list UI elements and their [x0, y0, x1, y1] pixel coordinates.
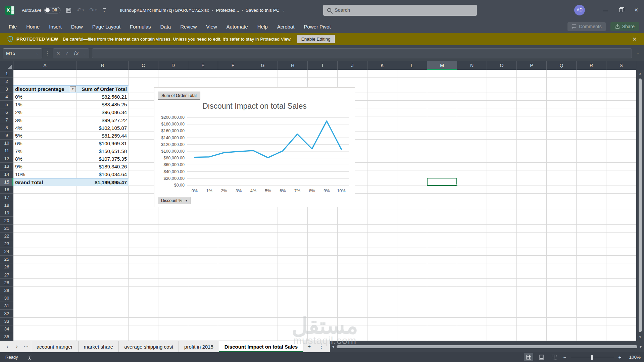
row-header-16[interactable]: 16	[0, 186, 13, 194]
column-header-E[interactable]: E	[188, 61, 218, 70]
active-cell-selection[interactable]	[427, 178, 457, 186]
row-header-34[interactable]: 34	[0, 325, 13, 333]
pivot-cell-discount[interactable]: 7%	[13, 147, 77, 155]
scroll-down-icon[interactable]: ▼	[636, 335, 644, 339]
fill-handle[interactable]	[456, 185, 458, 187]
row-header-9[interactable]: 9	[0, 132, 13, 140]
row-header-21[interactable]: 21	[0, 225, 13, 232]
menu-tab-automate[interactable]: Automate	[222, 20, 253, 33]
column-header-C[interactable]: C	[129, 61, 158, 70]
zoom-in-icon[interactable]: +	[617, 354, 623, 360]
row-header-30[interactable]: 30	[0, 294, 13, 302]
column-header-L[interactable]: L	[397, 61, 427, 70]
chart-field-button[interactable]: Sum of Order Total	[158, 92, 200, 100]
all-sheets-icon[interactable]: ⋯	[21, 344, 31, 350]
scroll-up-icon[interactable]: ▲	[636, 72, 644, 75]
row-header-33[interactable]: 33	[0, 318, 13, 325]
row-header-28[interactable]: 28	[0, 279, 13, 287]
formula-bar-expand-icon[interactable]: ⌄	[635, 51, 641, 55]
page-layout-view-button[interactable]	[537, 353, 546, 361]
row-header-10[interactable]: 10	[0, 140, 13, 147]
title-chevron-icon[interactable]: ⌄	[282, 8, 285, 12]
row-header-23[interactable]: 23	[0, 240, 13, 248]
row-header-19[interactable]: 19	[0, 209, 13, 217]
row-header-22[interactable]: 22	[0, 232, 13, 240]
enable-editing-button[interactable]: Enable Editing	[297, 35, 335, 43]
restore-button[interactable]	[613, 0, 629, 20]
pivot-header-discount[interactable]: discount precentage▼	[13, 86, 77, 93]
row-header-31[interactable]: 31	[0, 302, 13, 310]
menu-tab-insert[interactable]: Insert	[44, 20, 66, 33]
row-header-27[interactable]: 27	[0, 271, 13, 279]
pivot-cell-discount[interactable]: 5%	[13, 132, 77, 140]
pivot-header-sum[interactable]: Sum of Order Total	[77, 86, 129, 93]
column-header-R[interactable]: R	[577, 61, 606, 70]
pivot-cell-discount[interactable]: 4%	[13, 124, 77, 132]
column-header-M[interactable]: M	[427, 61, 457, 70]
column-header-G[interactable]: G	[248, 61, 278, 70]
row-header-32[interactable]: 32	[0, 310, 13, 317]
new-sheet-button[interactable]: +	[303, 341, 315, 352]
row-header-25[interactable]: 25	[0, 256, 13, 263]
row-header-17[interactable]: 17	[0, 194, 13, 201]
pivot-cell-total[interactable]: $189,340.26	[77, 163, 129, 170]
name-box-caret-icon[interactable]: ⌄	[36, 51, 39, 55]
select-all-button[interactable]	[0, 61, 13, 70]
row-header-7[interactable]: 7	[0, 116, 13, 124]
normal-view-button[interactable]	[524, 353, 533, 361]
column-header-P[interactable]: P	[517, 61, 547, 70]
zoom-level[interactable]: 100%	[626, 355, 641, 360]
fx-caret-icon[interactable]: ⌄	[83, 52, 86, 55]
column-header-B[interactable]: B	[77, 61, 129, 70]
tab-options-icon[interactable]: ⋮	[315, 341, 328, 352]
row-header-2[interactable]: 2	[0, 77, 13, 85]
column-header-J[interactable]: J	[338, 61, 367, 70]
banner-close-icon[interactable]: ✕	[630, 36, 639, 42]
pivot-cell-total[interactable]: $102,105.87	[77, 124, 129, 132]
column-header-D[interactable]: D	[158, 61, 188, 70]
pivot-cell-discount[interactable]: 8%	[13, 155, 77, 163]
zoom-slider-thumb[interactable]	[591, 355, 593, 360]
sheet-tab-market-share[interactable]: market share	[79, 341, 119, 352]
row-header-6[interactable]: 6	[0, 108, 13, 116]
pivot-cell-total[interactable]: $82,560.21	[77, 93, 129, 101]
quick-access-toolbar-icon[interactable]: ⌄	[103, 8, 106, 12]
cancel-icon[interactable]: ✕	[56, 51, 60, 56]
vertical-scrollbar[interactable]: ▲ ▼	[636, 70, 644, 341]
horizontal-scroll-thumb[interactable]	[337, 345, 637, 348]
pivot-grand-total-value[interactable]: $1,199,395.47	[77, 178, 129, 186]
zoom-slider[interactable]	[571, 355, 614, 360]
sheet-tab-account-manger[interactable]: account manger	[31, 341, 79, 352]
row-header-1[interactable]: 1	[0, 70, 13, 77]
chart-axis-field-button[interactable]: Discount %▼	[158, 197, 191, 204]
search-box[interactable]	[323, 5, 477, 16]
horizontal-scrollbar[interactable]: ◀ ▶	[330, 341, 644, 352]
row-header-5[interactable]: 5	[0, 101, 13, 108]
scroll-right-icon[interactable]: ▶	[638, 345, 644, 348]
redo-icon[interactable]: ↷▾	[89, 7, 97, 14]
row-header-20[interactable]: 20	[0, 217, 13, 224]
next-sheet-icon[interactable]: ›	[12, 343, 21, 350]
sheet-tab-profit-in-2015[interactable]: profit in 2015	[179, 341, 219, 352]
row-header-15[interactable]: 15	[0, 178, 13, 186]
menu-tab-file[interactable]: File	[4, 20, 21, 33]
row-header-8[interactable]: 8	[0, 124, 13, 132]
column-header-K[interactable]: K	[367, 61, 397, 70]
name-box[interactable]: M15 ⌄	[3, 48, 42, 58]
pivot-cell-total[interactable]: $100,969.31	[77, 140, 129, 147]
close-button[interactable]: ✕	[629, 0, 644, 20]
prev-sheet-icon[interactable]: ‹	[3, 343, 12, 350]
pivot-cell-discount[interactable]: 2%	[13, 108, 77, 116]
menu-tab-view[interactable]: View	[201, 20, 221, 33]
row-header-26[interactable]: 26	[0, 263, 13, 271]
filter-dropdown-icon[interactable]: ▼	[70, 86, 76, 92]
sheet-tab-average-shipping-cost[interactable]: average shipping cost	[119, 341, 179, 352]
protected-view-message[interactable]: Be careful—files from the Internet can c…	[63, 37, 291, 42]
search-input[interactable]	[335, 7, 473, 13]
column-header-F[interactable]: F	[218, 61, 248, 70]
row-header-24[interactable]: 24	[0, 248, 13, 256]
pivot-cell-total[interactable]: $81,259.44	[77, 132, 129, 140]
insert-function-icon[interactable]: ƒx	[73, 50, 78, 56]
formula-input[interactable]	[92, 48, 632, 58]
pivot-cell-total[interactable]: $99,527.22	[77, 116, 129, 124]
